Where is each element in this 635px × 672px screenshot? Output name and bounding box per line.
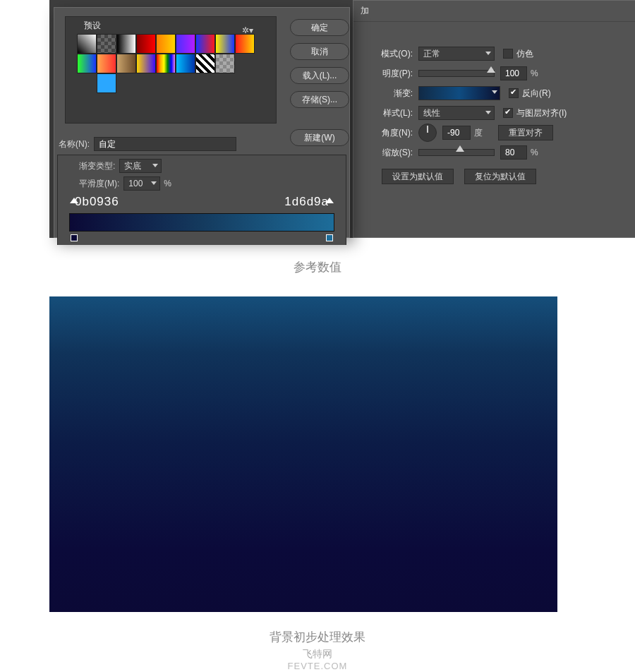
mode-value: 正常 xyxy=(423,48,440,60)
reverse-checkbox[interactable] xyxy=(509,88,519,98)
grad-type-select[interactable]: 实底 xyxy=(119,159,162,173)
load-button[interactable]: 载入(L)... xyxy=(290,67,349,84)
scale-label: 缩放(S): xyxy=(361,147,413,159)
dither-checkbox[interactable] xyxy=(503,49,513,59)
mode-label: 模式(O): xyxy=(361,48,413,60)
reset-align-button[interactable]: 重置对齐 xyxy=(498,125,553,140)
smooth-input[interactable]: 100 xyxy=(123,176,160,191)
gradient-editor-body: 渐变类型: 实底 平滑度(M): 100 % xyxy=(57,155,346,245)
chevron-down-icon xyxy=(485,111,491,114)
preset-swatch[interactable] xyxy=(195,34,215,54)
color-stop-right[interactable] xyxy=(326,234,333,241)
color-stop-left[interactable] xyxy=(71,234,78,241)
set-default-button[interactable]: 设置为默认值 xyxy=(382,169,454,184)
preset-swatch[interactable] xyxy=(176,34,195,54)
preset-swatch[interactable] xyxy=(77,54,97,73)
presets-label: 预设 xyxy=(84,17,101,34)
caption-result: 背景初步处理效果 xyxy=(0,629,635,645)
gradient-label: 渐变: xyxy=(361,88,413,100)
caption-reference: 参考数值 xyxy=(0,259,635,275)
ok-button[interactable]: 确定 xyxy=(290,19,349,36)
angle-label: 角度(N): xyxy=(361,127,413,139)
angle-input[interactable]: -90 xyxy=(442,126,471,140)
right-stop-hex: 1d6d9a xyxy=(284,195,329,209)
smooth-label: 平滑度(M): xyxy=(79,178,119,190)
smooth-value: 100 xyxy=(128,179,143,188)
result-gradient-image xyxy=(49,296,557,612)
preset-swatch[interactable] xyxy=(215,54,235,73)
name-label: 名称(N): xyxy=(59,138,90,150)
preset-swatch[interactable] xyxy=(156,54,176,73)
preset-swatch[interactable] xyxy=(156,34,176,54)
opacity-label: 明度(P): xyxy=(361,68,413,80)
save-button[interactable]: 存储(S)... xyxy=(290,91,349,108)
style-value: 线性 xyxy=(423,107,440,119)
opacity-input[interactable]: 100 xyxy=(500,66,527,80)
mode-select[interactable]: 正常 xyxy=(418,47,495,61)
preset-swatch[interactable] xyxy=(235,34,255,54)
style-label: 样式(L): xyxy=(361,107,413,119)
align-checkbox[interactable] xyxy=(503,108,513,118)
style-select[interactable]: 线性 xyxy=(418,106,495,120)
align-label: 与图层对齐(I) xyxy=(516,107,567,119)
caption-site: 飞特网 xyxy=(0,648,635,661)
preset-swatch[interactable] xyxy=(116,34,136,54)
chevron-down-icon xyxy=(485,52,491,55)
chevron-down-icon xyxy=(152,164,158,167)
chevron-down-icon xyxy=(151,181,157,185)
preset-swatch[interactable] xyxy=(176,54,195,73)
preset-swatch[interactable] xyxy=(77,34,97,54)
grad-type-value: 实底 xyxy=(124,160,141,172)
cancel-button[interactable]: 取消 xyxy=(290,43,349,60)
presets-panel: 预设 ✲▾ xyxy=(65,16,277,124)
gradient-editor-dialog: 预设 ✲▾ xyxy=(54,7,350,238)
photoshop-panels: 加 模式(O): 正常 仿色 明度(P): 100 % xyxy=(49,0,635,238)
gradient-fill-panel: 加 模式(O): 正常 仿色 明度(P): 100 % xyxy=(353,0,635,238)
panel-add-label: 加 xyxy=(353,1,635,22)
angle-dial[interactable] xyxy=(418,124,437,142)
name-input[interactable]: 自定 xyxy=(94,137,236,151)
preset-swatch[interactable] xyxy=(97,34,116,54)
preset-swatch[interactable] xyxy=(97,73,116,93)
preset-swatch[interactable] xyxy=(97,54,116,73)
gradient-picker[interactable] xyxy=(418,86,500,100)
scale-pct: % xyxy=(531,148,538,157)
new-button[interactable]: 新建(W) xyxy=(290,129,349,146)
angle-unit: 度 xyxy=(474,127,483,139)
dither-label: 仿色 xyxy=(516,48,533,60)
preset-swatch[interactable] xyxy=(195,54,215,73)
reverse-label: 反向(R) xyxy=(522,88,551,100)
preset-swatch[interactable] xyxy=(215,34,235,54)
smooth-pct: % xyxy=(164,179,171,188)
grad-type-label: 渐变类型: xyxy=(79,160,115,172)
scale-input[interactable]: 80 xyxy=(500,145,527,160)
gradient-bar[interactable] xyxy=(69,213,334,232)
opacity-pct: % xyxy=(531,68,538,78)
preset-swatch[interactable] xyxy=(116,54,136,73)
reset-default-button[interactable]: 复位为默认值 xyxy=(464,169,536,184)
preset-swatch[interactable] xyxy=(136,34,156,54)
preset-swatch[interactable] xyxy=(136,54,156,73)
scale-slider[interactable] xyxy=(418,149,495,156)
opacity-slider[interactable] xyxy=(418,70,495,77)
caption-url: FEVTE.COM xyxy=(0,661,635,671)
left-stop-hex: 0b0936 xyxy=(75,195,119,209)
